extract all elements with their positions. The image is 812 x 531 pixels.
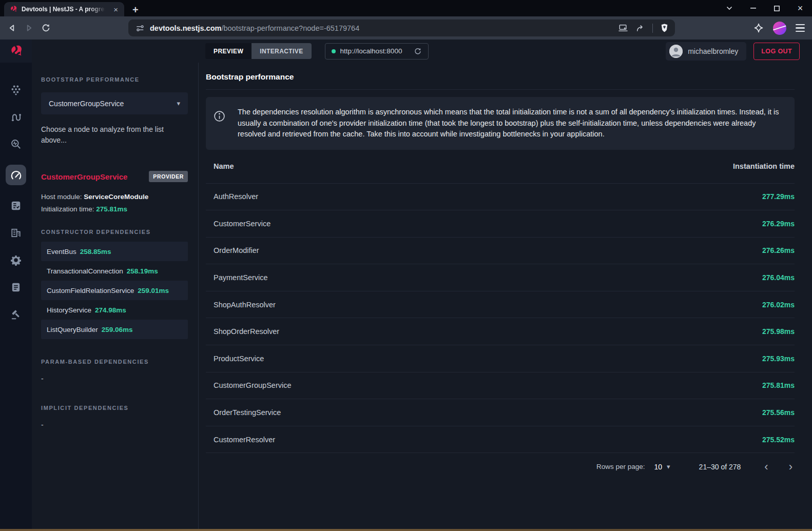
table-row[interactable]: AuthResolver 277.29ms — [206, 184, 795, 211]
window-controls: × — [718, 0, 812, 16]
url-path: /bootstrap-performance?node=-65179764 — [221, 24, 359, 32]
nestjs-favicon-icon — [9, 5, 17, 13]
browser-profile-avatar[interactable] — [773, 22, 786, 35]
leo-ai-icon[interactable] — [753, 23, 764, 33]
user-chip[interactable]: michaelbromley — [666, 42, 746, 61]
main-content: Bootstrap performance The dependencies r… — [199, 63, 812, 529]
refresh-target-icon[interactable] — [414, 47, 422, 55]
selected-node-name: CustomerGroupService — [41, 172, 127, 181]
nav-gavel-icon[interactable] — [6, 308, 26, 321]
nav-modules-icon[interactable] — [6, 226, 26, 240]
constructor-deps-title: CONSTRUCTOR DEPENDENCIES — [41, 229, 188, 235]
forward-button-icon[interactable] — [24, 23, 34, 33]
rows-per-page-select[interactable]: 10 ▾ — [654, 463, 670, 471]
host-module-value: ServiceCoreModule — [84, 193, 148, 201]
nav-settings-gear-icon[interactable] — [6, 253, 26, 267]
chevron-down-icon: ▾ — [177, 100, 180, 107]
nav-performance-gauge-icon[interactable] — [6, 165, 26, 185]
host-module-line: Host module: ServiceCoreModule — [41, 193, 188, 201]
node-select-dropdown[interactable]: CustomerGroupService ▾ — [41, 92, 188, 114]
tab-close-icon[interactable]: × — [111, 5, 120, 14]
maximize-button[interactable] — [765, 0, 788, 16]
column-instantiation-time: Instantiation time — [733, 162, 795, 170]
table-row[interactable]: ShopOrderResolver 275.98ms — [206, 318, 795, 345]
pagination-bar: Rows per page: 10 ▾ 21–30 of 278 ‹ › — [206, 453, 795, 480]
table-row[interactable]: OrderModifier 276.26ms — [206, 238, 795, 265]
site-settings-icon[interactable] — [136, 24, 145, 33]
implicit-deps-title: IMPLICIT DEPENDENCIES — [41, 405, 188, 411]
preview-tab[interactable]: PREVIEW — [205, 43, 252, 59]
minimize-button[interactable] — [741, 0, 765, 16]
page-title: Bootstrap performance — [206, 72, 795, 90]
next-page-button[interactable]: › — [789, 461, 792, 473]
param-deps-title: PARAM-BASED DEPENDENCIES — [41, 359, 188, 365]
pagination-range: 21–30 of 278 — [699, 463, 741, 471]
performance-table-body: AuthResolver 277.29ms CustomerService 27… — [206, 184, 795, 454]
panel-section-title: BOOTSTRAP PERFORMANCE — [41, 76, 188, 83]
nav-route-icon[interactable] — [6, 110, 26, 124]
browser-menu-icon[interactable] — [796, 24, 805, 32]
dependency-item[interactable]: TransactionalConnection 258.19ms — [41, 261, 188, 281]
table-row[interactable]: CustomerService 276.29ms — [206, 210, 795, 238]
back-button-icon[interactable] — [7, 23, 17, 33]
browser-toolbar: devtools.nestjs.com/bootstrap-performanc… — [0, 16, 812, 40]
close-window-button[interactable]: × — [788, 0, 812, 16]
target-url: http://localhost:8000 — [340, 47, 402, 55]
mode-toggle: PREVIEW INTERACTIVE — [205, 43, 312, 59]
dependency-item[interactable]: HistoryService 274.98ms — [41, 300, 188, 320]
dependency-item[interactable]: CustomFieldRelationService 259.01ms — [41, 281, 188, 300]
table-row[interactable]: CustomerResolver 275.52ms — [206, 426, 795, 454]
implicit-deps-value: - — [41, 421, 188, 429]
username: michaelbromley — [688, 47, 738, 55]
table-row[interactable]: OrderTestingService 275.56ms — [206, 399, 795, 426]
table-header: Name Instantiation time — [206, 150, 795, 184]
init-time-line: Initialization time: 275.81ms — [41, 205, 188, 213]
browser-titlebar: Devtools | NestJS - A progressive × + × — [0, 0, 812, 16]
url-domain: devtools.nestjs.com — [150, 24, 221, 32]
reload-button-icon[interactable] — [41, 23, 51, 33]
rows-per-page-label: Rows per page: — [596, 463, 645, 470]
toolbar-divider — [652, 24, 653, 33]
table-row[interactable]: PaymentService 276.04ms — [206, 264, 795, 291]
bootstrap-performance-panel: BOOTSTRAP PERFORMANCE CustomerGroupServi… — [32, 63, 199, 529]
interactive-tab[interactable]: INTERACTIVE — [252, 43, 311, 59]
brave-shields-icon[interactable] — [660, 23, 669, 33]
nav-checklist-icon[interactable] — [6, 199, 26, 212]
user-avatar — [669, 45, 683, 58]
constructor-deps-list: EventBus 258.85ms TransactionalConnectio… — [41, 242, 188, 339]
tab-title: Devtools | NestJS - A progressive — [22, 6, 107, 13]
param-deps-value: - — [41, 375, 188, 383]
desktop-edge — [0, 529, 812, 531]
send-to-device-icon[interactable] — [618, 24, 628, 33]
table-row[interactable]: CustomerGroupService 275.81ms — [206, 372, 795, 400]
status-dot — [332, 49, 336, 53]
info-text: The dependencies resolution algorithm is… — [238, 107, 781, 140]
info-icon — [214, 107, 225, 122]
browser-tab[interactable]: Devtools | NestJS - A progressive × — [4, 2, 124, 16]
app-sidebar-rail — [0, 40, 32, 529]
nav-graph-dots-icon[interactable] — [6, 83, 26, 96]
new-tab-button[interactable]: + — [132, 5, 139, 15]
url-text[interactable]: devtools.nestjs.com/bootstrap-performanc… — [150, 24, 613, 32]
provider-badge: PROVIDER — [149, 171, 188, 182]
url-bar[interactable]: devtools.nestjs.com/bootstrap-performanc… — [128, 19, 675, 36]
chevron-down-icon: ▾ — [667, 463, 670, 470]
nav-docs-icon[interactable] — [6, 281, 26, 294]
dependency-item[interactable]: EventBus 258.85ms — [41, 242, 188, 261]
table-row[interactable]: ProductService 275.93ms — [206, 345, 795, 372]
column-name: Name — [214, 162, 733, 170]
target-url-box[interactable]: http://localhost:8000 — [325, 43, 429, 60]
node-select-value: CustomerGroupService — [49, 100, 177, 108]
node-hint-text: Choose a node to analyze from the list a… — [41, 124, 169, 146]
nav-inspect-search-icon[interactable] — [6, 137, 26, 151]
table-row[interactable]: ShopAuthResolver 276.02ms — [206, 291, 795, 319]
app-header: PREVIEW INTERACTIVE http://localhost:800… — [32, 40, 812, 63]
share-icon[interactable] — [635, 24, 645, 33]
info-callout: The dependencies resolution algorithm is… — [206, 97, 795, 150]
previous-page-button[interactable]: ‹ — [764, 461, 768, 473]
dependency-item[interactable]: ListQueryBuilder 259.06ms — [41, 320, 188, 339]
init-time-value: 275.81ms — [96, 205, 127, 213]
tab-search-chevron-icon[interactable] — [718, 0, 741, 16]
logout-button[interactable]: LOG OUT — [753, 43, 800, 60]
nestjs-logo[interactable] — [0, 40, 32, 63]
